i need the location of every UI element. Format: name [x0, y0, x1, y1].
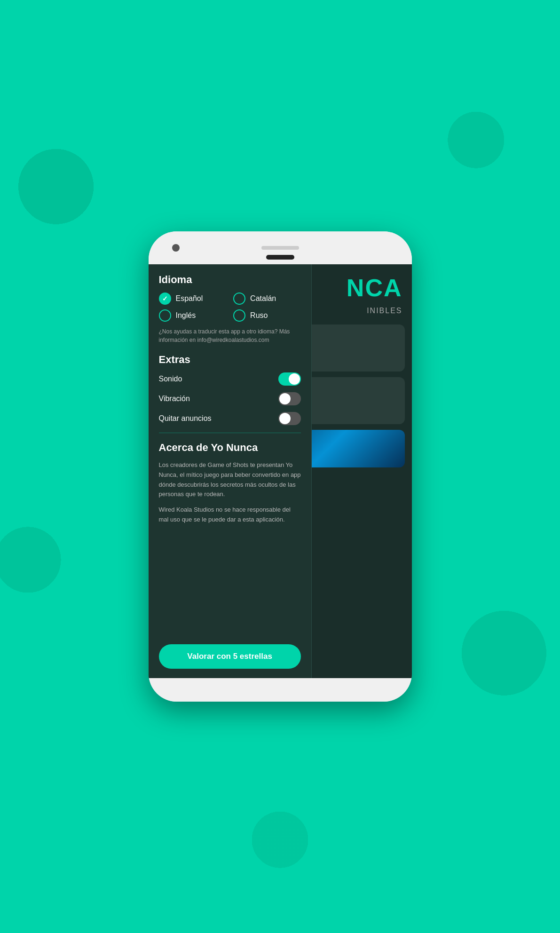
section-divider — [159, 433, 301, 433]
home-bar — [266, 255, 294, 260]
radio-ca[interactable] — [233, 293, 245, 305]
toggle-row-ads: Quitar anuncios — [159, 412, 301, 425]
toggle-vibration[interactable] — [278, 392, 301, 405]
toggle-row-sound: Sonido — [159, 372, 301, 386]
extras-section: Extras Sonido Vibración — [159, 354, 301, 425]
phone-speaker — [261, 246, 299, 250]
phone-screen: NCA INIBLES 😊 Gratis Suave 😄 80 frases C… — [149, 264, 412, 678]
about-text-2: Wired Koala Studios no se hace responsab… — [159, 505, 301, 525]
toggle-label-sound: Sonido — [159, 375, 182, 383]
phone-top-bezel — [149, 231, 412, 264]
language-section-title: Idioma — [159, 274, 301, 286]
lang-option-en[interactable]: Inglés — [159, 309, 227, 322]
settings-bottom: Valorar con 5 estrellas — [149, 637, 311, 678]
toggle-row-vibration: Vibración — [159, 392, 301, 405]
settings-content: Idioma Español Catalán Inglés — [149, 264, 311, 637]
about-section: Acerca de Yo Nunca Los creadores de Game… — [159, 442, 301, 525]
toggle-knob-ads — [279, 413, 291, 424]
settings-panel: × Idioma Español Catalán Inglés — [149, 264, 312, 678]
radio-ru[interactable] — [233, 309, 245, 322]
app-title: NCA — [347, 274, 402, 302]
toggle-label-ads: Quitar anuncios — [159, 414, 212, 423]
radio-en[interactable] — [159, 309, 171, 322]
translate-help-text: ¿Nos ayudas a traducir esta app a otro i… — [159, 327, 301, 344]
lang-label-en: Inglés — [176, 311, 196, 320]
lang-label-ru: Ruso — [250, 311, 268, 320]
language-grid: Español Catalán Inglés Ruso — [159, 293, 301, 322]
about-text-1: Los creadores de Game of Shots te presen… — [159, 460, 301, 499]
phone-shell: NCA INIBLES 😊 Gratis Suave 😄 80 frases C… — [149, 231, 412, 702]
about-section-title: Acerca de Yo Nunca — [159, 442, 301, 454]
lang-option-ru[interactable]: Ruso — [233, 309, 301, 322]
extras-section-title: Extras — [159, 354, 301, 366]
toggle-sound[interactable] — [278, 372, 301, 386]
lang-label-es: Español — [176, 294, 203, 303]
toggle-ads[interactable] — [278, 412, 301, 425]
toggle-knob-vibration — [279, 393, 291, 404]
toggle-label-vibration: Vibración — [159, 395, 190, 403]
lang-option-es[interactable]: Español — [159, 293, 227, 305]
phone-bottom-bezel — [149, 678, 412, 702]
toggle-knob-sound — [289, 373, 300, 385]
radio-es[interactable] — [159, 293, 171, 305]
rate-button[interactable]: Valorar con 5 estrellas — [159, 644, 301, 669]
lang-option-ca[interactable]: Catalán — [233, 293, 301, 305]
lang-label-ca: Catalán — [250, 294, 276, 303]
front-camera — [172, 244, 180, 252]
